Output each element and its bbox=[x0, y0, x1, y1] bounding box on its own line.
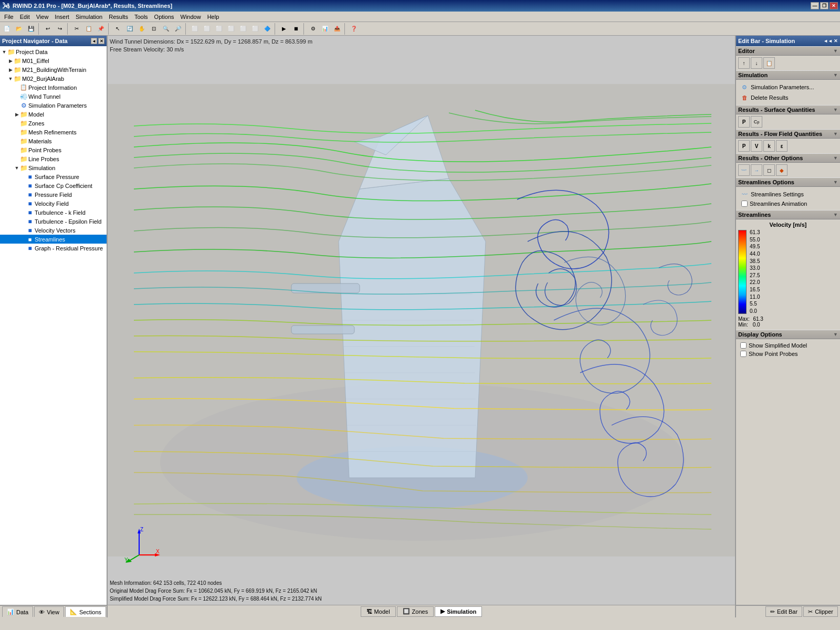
expand-model[interactable]: ▶ bbox=[14, 111, 20, 118]
tb-zoom-in[interactable]: 🔍 bbox=[160, 23, 172, 35]
tree-velocity-vectors[interactable]: ■ Velocity Vectors bbox=[0, 226, 107, 235]
bottom-tab-view[interactable]: 👁 View bbox=[34, 606, 64, 617]
surface-cp-btn[interactable]: Cp bbox=[751, 116, 762, 128]
show-simplified-model-checkbox[interactable] bbox=[740, 342, 747, 349]
display-options-arrow[interactable]: ▼ bbox=[833, 332, 838, 337]
menu-results[interactable]: Results bbox=[106, 13, 131, 21]
tree-velocity-field[interactable]: ■ Velocity Field bbox=[0, 199, 107, 208]
tree-m01-eiffel[interactable]: ▶ 📁 M01_Eiffel bbox=[0, 56, 107, 65]
tb-rotate[interactable]: 🔄 bbox=[124, 23, 135, 35]
editor-copy-btn[interactable]: 📋 bbox=[763, 57, 775, 69]
tree-model[interactable]: ▶ 📁 Model bbox=[0, 110, 107, 119]
expand-m01[interactable]: ▶ bbox=[7, 58, 14, 64]
tree-turbulence-k[interactable]: ■ Turbulence - k Field bbox=[0, 208, 107, 217]
other-probe-btn[interactable]: ◆ bbox=[776, 164, 788, 176]
tb-right[interactable]: ⬜ bbox=[225, 23, 237, 35]
tree-pressure-field[interactable]: ■ Pressure Field bbox=[0, 190, 107, 199]
menu-help[interactable]: Help bbox=[204, 13, 223, 21]
editor-up-btn[interactable]: ↑ bbox=[738, 57, 750, 69]
results-other-arrow[interactable]: ▼ bbox=[833, 155, 838, 161]
tb-top[interactable]: ⬜ bbox=[237, 23, 249, 35]
flow-p-btn[interactable]: P bbox=[738, 140, 750, 152]
menu-edit[interactable]: Edit bbox=[17, 13, 33, 21]
results-flow-arrow[interactable]: ▼ bbox=[833, 131, 838, 136]
tb-open[interactable]: 📂 bbox=[13, 23, 25, 35]
tb-paste[interactable]: 📌 bbox=[95, 23, 107, 35]
streamlines-options-arrow[interactable]: ▼ bbox=[833, 180, 838, 185]
flow-v-btn[interactable]: V bbox=[751, 140, 762, 152]
viewport-canvas[interactable] bbox=[108, 36, 735, 605]
tree-line-probes[interactable]: 📁 Line Probes bbox=[0, 154, 107, 163]
vp-tab-zones[interactable]: 🔲 Zones bbox=[397, 606, 434, 617]
tb-settings[interactable]: ⚙ bbox=[307, 23, 319, 35]
tb-select[interactable]: ↖ bbox=[112, 23, 123, 35]
expand-simulation[interactable]: ▼ bbox=[14, 165, 20, 171]
menu-insert[interactable]: Insert bbox=[51, 13, 72, 21]
tb-front[interactable]: ⬜ bbox=[189, 23, 201, 35]
tree-materials[interactable]: 📁 Materials bbox=[0, 136, 107, 145]
tb-redo[interactable]: ↪ bbox=[54, 23, 66, 35]
tb-back[interactable]: ⬜ bbox=[201, 23, 213, 35]
right-close-btn[interactable]: ✕ bbox=[834, 38, 838, 44]
streamlines-legend-arrow[interactable]: ▼ bbox=[833, 212, 838, 217]
close-button[interactable]: ✕ bbox=[830, 2, 838, 9]
tb-copy[interactable]: 📋 bbox=[83, 23, 94, 35]
vp-tab-simulation[interactable]: ▶ Simulation bbox=[435, 606, 482, 617]
maximize-button[interactable]: ❐ bbox=[820, 2, 828, 9]
tree-sim-params[interactable]: ⚙ Simulation Parameters bbox=[0, 101, 107, 110]
menu-simulation[interactable]: Simulation bbox=[72, 13, 106, 21]
other-streamlines-btn[interactable]: 〰 bbox=[738, 164, 750, 176]
streamlines-animation-item[interactable]: Streamlines Animation bbox=[738, 200, 838, 208]
tb-report[interactable]: 📊 bbox=[319, 23, 331, 35]
tb-cut[interactable]: ✂ bbox=[71, 23, 82, 35]
tree-m21-building[interactable]: ▶ 📁 M21_BuildingWithTerrain bbox=[0, 65, 107, 74]
tb-new[interactable]: 📄 bbox=[1, 23, 13, 35]
tree-simulation[interactable]: ▼ 📁 Simulation bbox=[0, 163, 107, 172]
surface-p-btn[interactable]: P bbox=[738, 116, 750, 128]
streamlines-animation-checkbox[interactable] bbox=[741, 201, 748, 207]
tree-turbulence-eps[interactable]: ■ Turbulence - Epsilon Field bbox=[0, 217, 107, 226]
tree-mesh-refinements[interactable]: 📁 Mesh Refinements bbox=[0, 128, 107, 136]
tree-point-probes[interactable]: 📁 Point Probes bbox=[0, 145, 107, 154]
tree-streamlines[interactable]: ■ Streamlines bbox=[0, 235, 107, 244]
flow-k-btn[interactable]: k bbox=[763, 140, 775, 152]
tb-pan[interactable]: ✋ bbox=[136, 23, 148, 35]
other-vectors-btn[interactable]: → bbox=[751, 164, 762, 176]
menu-window[interactable]: Window bbox=[177, 13, 204, 21]
flow-eps-btn[interactable]: ε bbox=[776, 140, 788, 152]
rb-tab-editbar[interactable]: ✏ Edit Bar bbox=[765, 606, 802, 617]
other-iso-btn[interactable]: ◻ bbox=[763, 164, 775, 176]
menu-view[interactable]: View bbox=[33, 13, 52, 21]
tb-left[interactable]: ⬜ bbox=[213, 23, 225, 35]
panel-collapse-btn[interactable]: ◄ bbox=[91, 38, 97, 44]
tree-wind-tunnel[interactable]: 💨 Wind Tunnel bbox=[0, 92, 107, 101]
show-point-probes-checkbox[interactable] bbox=[740, 351, 747, 357]
expand-project-data[interactable]: ▼ bbox=[1, 49, 7, 55]
minimize-button[interactable]: — bbox=[811, 2, 819, 9]
tb-help[interactable]: ❓ bbox=[348, 23, 360, 35]
tb-save[interactable]: 💾 bbox=[25, 23, 37, 35]
tb-iso[interactable]: 🔷 bbox=[261, 23, 273, 35]
panel-close-btn[interactable]: ✕ bbox=[98, 38, 104, 44]
tb-zoom-fit[interactable]: ⊡ bbox=[148, 23, 160, 35]
tree-project-data[interactable]: ▼ 📁 Project Data bbox=[0, 47, 107, 56]
show-point-probes-row[interactable]: Show Point Probes bbox=[738, 350, 838, 358]
tree-m02-burj[interactable]: ▼ 📁 M02_BurjAlArab bbox=[0, 74, 107, 83]
right-collapse-btn[interactable]: ◄◄ bbox=[823, 38, 833, 44]
bottom-tab-sections[interactable]: 📐 Sections bbox=[65, 606, 106, 617]
viewport[interactable]: Wind Tunnel Dimensions: Dx = 1522.629 m,… bbox=[108, 36, 735, 605]
tb-undo[interactable]: ↩ bbox=[42, 23, 54, 35]
bottom-tab-data[interactable]: 📊 Data bbox=[2, 606, 33, 617]
tb-stop[interactable]: ⏹ bbox=[290, 23, 302, 35]
menu-tools[interactable]: Tools bbox=[131, 13, 151, 21]
simulation-collapse-arrow[interactable]: ▼ bbox=[833, 72, 838, 78]
streamlines-settings-item[interactable]: 〰 Streamlines Settings bbox=[738, 189, 838, 200]
vp-tab-model[interactable]: 🏗 Model bbox=[361, 606, 396, 617]
rb-tab-clipper[interactable]: ✂ Clipper bbox=[803, 606, 838, 617]
tb-bottom[interactable]: ⬜ bbox=[249, 23, 261, 35]
tb-export[interactable]: 📤 bbox=[331, 23, 343, 35]
menu-options[interactable]: Options bbox=[151, 13, 177, 21]
tb-zoom-out[interactable]: 🔎 bbox=[172, 23, 184, 35]
show-simplified-model-row[interactable]: Show Simplified Model bbox=[738, 341, 838, 350]
expand-m21[interactable]: ▶ bbox=[7, 67, 14, 73]
